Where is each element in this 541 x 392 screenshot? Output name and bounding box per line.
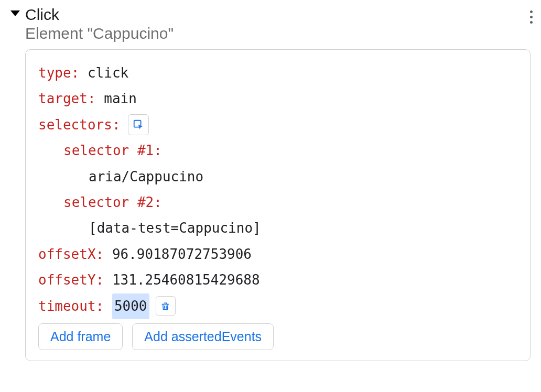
step-header: Click Element "Cappucino": [10, 5, 531, 43]
selector-1-value: aria/Cappucino: [89, 169, 203, 184]
type-value: click: [88, 65, 128, 81]
selector-picker-icon: [133, 119, 144, 130]
target-key: target: [38, 91, 88, 106]
selector-2-value-row[interactable]: [data-test=Cappucino]: [38, 215, 517, 241]
selector-1-value-row[interactable]: aria/Cappucino: [38, 164, 517, 190]
step-titles: Click Element "Cappucino": [25, 5, 528, 43]
offsetx-row[interactable]: offsetX: 96.90187072753906: [38, 242, 517, 267]
target-row[interactable]: target: main: [38, 86, 517, 112]
selector-2-label: selector #2: [63, 194, 154, 210]
type-key: type: [38, 65, 71, 81]
scrollbar[interactable]: [534, 0, 541, 392]
step-details: type: click target: main selectors: sele…: [25, 49, 531, 361]
selectors-row: selectors:: [38, 112, 517, 138]
step-subtitle: Element "Cappucino": [25, 24, 528, 43]
selector-1-label: selector #1: [63, 143, 154, 158]
offsetx-value: 96.90187072753906: [112, 246, 252, 262]
step-title: Click: [25, 5, 528, 24]
offsetx-key: offsetX: [38, 246, 96, 262]
timeout-key: timeout: [38, 298, 96, 314]
selector-2-value: [data-test=Cappucino]: [89, 220, 261, 236]
actions-row: Add frame Add assertedEvents: [38, 323, 517, 350]
timeout-row: timeout: 5000: [38, 293, 517, 319]
type-row[interactable]: type: click: [38, 60, 517, 86]
add-asserted-events-button[interactable]: Add assertedEvents: [132, 323, 274, 350]
timeout-value[interactable]: 5000: [112, 293, 149, 319]
offsety-row[interactable]: offsetY: 131.25460815429688: [38, 267, 517, 293]
delete-timeout-button[interactable]: [156, 296, 176, 316]
add-frame-button[interactable]: Add frame: [38, 323, 123, 350]
offsety-key: offsetY: [38, 272, 96, 288]
selector-2-label-row[interactable]: selector #2:: [38, 190, 517, 215]
selectors-label: selectors: [38, 117, 112, 133]
offsety-value: 131.25460815429688: [112, 272, 260, 288]
selector-picker-button[interactable]: [128, 114, 149, 135]
selector-1-label-row[interactable]: selector #1:: [38, 138, 517, 164]
collapse-toggle-icon[interactable]: [10, 10, 20, 16]
target-value: main: [104, 91, 137, 106]
trash-icon: [160, 301, 170, 311]
